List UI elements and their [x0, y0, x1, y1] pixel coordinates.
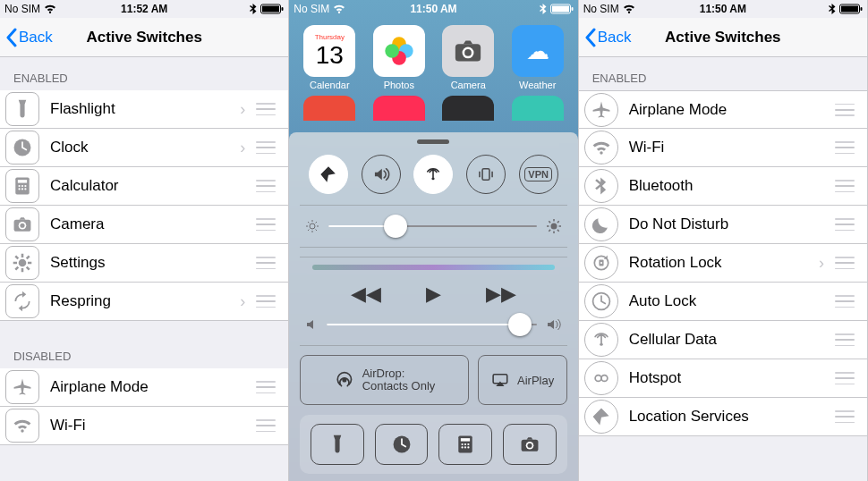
wifi-icon: [12, 415, 33, 436]
carrier-label: No SIM: [583, 3, 619, 15]
row-label: Cellular Data: [629, 331, 830, 349]
prev-button[interactable]: ◀◀: [351, 283, 381, 306]
app-tile-partial[interactable]: [373, 96, 425, 121]
list-row[interactable]: Location Services: [579, 398, 867, 436]
list-row[interactable]: Flashlight ›: [0, 90, 288, 129]
row-label: Flashlight: [50, 100, 234, 118]
list-row[interactable]: Do Not Disturb: [579, 206, 867, 244]
drag-handle[interactable]: [256, 419, 276, 432]
toggle-speaker-icon[interactable]: [362, 155, 401, 194]
toggle-location-icon[interactable]: [309, 155, 348, 194]
app-tile-partial[interactable]: [512, 96, 564, 121]
back-label: Back: [598, 29, 632, 46]
drag-handle[interactable]: [835, 180, 855, 192]
app-tile-partial[interactable]: [303, 96, 355, 121]
vibrate-icon: [476, 165, 496, 184]
chevron-left-icon: [5, 28, 17, 47]
svg-rect-28: [262, 6, 279, 13]
drag-handle[interactable]: [835, 295, 855, 308]
list-row[interactable]: Camera: [0, 206, 288, 244]
list-row[interactable]: Wi-Fi: [0, 407, 288, 445]
app-camera[interactable]: Camera: [442, 25, 494, 90]
settings-icon: [12, 252, 33, 274]
grabber-handle[interactable]: [417, 139, 449, 144]
svg-rect-32: [571, 7, 573, 11]
bluetooth-status-icon: [250, 4, 257, 14]
play-button[interactable]: ▶: [426, 283, 441, 306]
back-button[interactable]: Back: [0, 28, 53, 47]
drag-handle[interactable]: [835, 257, 855, 269]
back-button[interactable]: Back: [579, 28, 632, 47]
list-row[interactable]: Airplane Mode: [579, 90, 867, 129]
drag-handle[interactable]: [835, 218, 855, 231]
list-row[interactable]: Hotspot: [579, 359, 867, 398]
row-label: Wi-Fi: [50, 417, 251, 435]
airplane-icon: [12, 376, 33, 398]
airplay-button[interactable]: AirPlay: [478, 355, 567, 405]
clock-label: 11:50 AM: [700, 3, 746, 15]
left-panel: No SIM 11:52 AM Back Active Switches ENA…: [0, 0, 289, 481]
drag-handle[interactable]: [835, 372, 855, 384]
track-scrubber[interactable]: [312, 265, 554, 270]
volume-slider[interactable]: [300, 311, 566, 338]
quick-clock-icon[interactable]: [375, 424, 429, 465]
drag-handle[interactable]: [835, 333, 855, 346]
speaker-icon: [371, 165, 391, 184]
app-label: Camera: [442, 80, 494, 90]
toggle-vibrate-icon[interactable]: [466, 155, 506, 194]
quick-flashlight-icon[interactable]: [311, 424, 364, 465]
drag-handle[interactable]: [256, 381, 276, 393]
svg-point-33: [310, 224, 315, 229]
brightness-slider[interactable]: [300, 205, 566, 248]
list-row[interactable]: Settings: [0, 244, 288, 283]
drag-handle[interactable]: [835, 141, 855, 154]
toggle-vpn-icon[interactable]: VPN: [519, 155, 558, 194]
drag-handle[interactable]: [256, 257, 276, 269]
drag-handle[interactable]: [256, 295, 276, 308]
list-row[interactable]: Airplane Mode: [0, 368, 288, 407]
row-label: Hotspot: [629, 369, 830, 387]
next-button[interactable]: ▶▶: [486, 283, 516, 306]
row-icon-frame: [584, 93, 618, 127]
section-header: ENABLED: [579, 57, 867, 90]
clock-icon: [391, 434, 413, 455]
list-row[interactable]: Wi-Fi: [579, 129, 867, 167]
row-icon-frame: [584, 323, 618, 357]
flashlight-icon: [12, 98, 33, 120]
drag-handle[interactable]: [835, 104, 855, 116]
app-tile-partial[interactable]: [442, 96, 494, 121]
drag-handle[interactable]: [256, 218, 276, 231]
svg-rect-31: [552, 6, 569, 13]
rotation-lock-icon: [591, 252, 612, 274]
row-icon-frame: [584, 361, 618, 395]
drag-handle[interactable]: [256, 103, 276, 115]
airdrop-button[interactable]: AirDrop:Contacts Only: [300, 355, 468, 405]
row-icon-frame: [5, 284, 39, 318]
list-row[interactable]: Cellular Data: [579, 321, 867, 359]
quick-camera-icon[interactable]: [503, 424, 557, 465]
list-row[interactable]: Bluetooth: [579, 167, 867, 206]
row-icon-frame: [584, 169, 618, 203]
list-row[interactable]: Auto Lock: [579, 283, 867, 321]
app-weather[interactable]: ☁Weather: [512, 25, 564, 90]
list-row[interactable]: Calculator: [0, 167, 288, 206]
control-center-sheet: VPN ◀◀ ▶ ▶▶ AirDrop:Contacts Only: [289, 132, 577, 481]
row-icon-frame: [5, 246, 39, 280]
app-photos[interactable]: Photos: [373, 25, 425, 90]
chevron-right-icon: ›: [240, 292, 245, 311]
wifi-icon: [591, 137, 612, 158]
toggle-cellular-icon[interactable]: [413, 155, 453, 194]
drag-handle[interactable]: [835, 410, 855, 423]
quick-calculator-icon[interactable]: [438, 424, 492, 465]
row-label: Calculator: [50, 177, 251, 195]
list-row[interactable]: Clock ›: [0, 129, 288, 167]
row-label: Do Not Disturb: [629, 215, 830, 233]
drag-handle[interactable]: [256, 180, 276, 192]
brightness-high-icon: [546, 218, 562, 234]
drag-handle[interactable]: [256, 141, 276, 154]
list-row[interactable]: Rotation Lock ›: [579, 244, 867, 283]
svg-rect-36: [841, 6, 858, 13]
row-label: Bluetooth: [629, 177, 830, 195]
app-calendar[interactable]: Thursday13Calendar: [303, 25, 355, 90]
list-row[interactable]: Respring ›: [0, 283, 288, 321]
